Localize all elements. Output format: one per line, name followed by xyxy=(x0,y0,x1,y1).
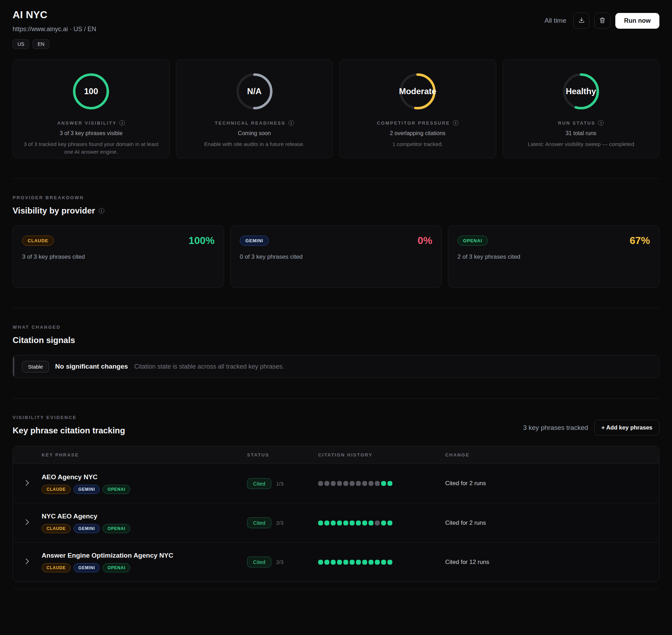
citation-signal-row: Stable No significant changes Citation s… xyxy=(13,355,659,378)
citation-history-dots xyxy=(318,560,445,565)
page-title: AI NYC xyxy=(13,9,96,21)
provider-percentage: 67% xyxy=(630,235,650,246)
page-header: AI NYC https://www.ainyc.ai · US / EN US… xyxy=(13,9,659,49)
stat-subtext: 3 of 3 key phrases visible xyxy=(23,130,160,137)
stat-label: COMPETITOR PRESSURE xyxy=(349,120,486,126)
tag-en: EN xyxy=(33,39,49,49)
stat-description: 1 competitor tracked. xyxy=(349,140,486,148)
history-dot xyxy=(318,481,323,486)
column-header-key-phrase: KEY PHRASE xyxy=(42,452,247,458)
provider-card: GEMINI 0% 0 of 3 key phrases cited xyxy=(230,225,442,288)
provider-breakdown-section: PROVIDER BREAKDOWN Visibility by provide… xyxy=(13,195,659,288)
table-row[interactable]: NYC AEO Agency CLAUDEGEMINIOPENAI Cited … xyxy=(13,503,659,542)
history-dot xyxy=(343,481,348,486)
history-dot xyxy=(356,481,361,486)
history-dot xyxy=(375,560,380,565)
history-dot xyxy=(356,560,361,565)
provider-badge: OPENAI xyxy=(103,524,130,533)
section-eyebrow: VISIBILITY EVIDENCE xyxy=(13,415,125,420)
info-icon[interactable] xyxy=(453,120,458,126)
provider-badge: CLAUDE xyxy=(42,524,71,533)
gauge-value: Healthy xyxy=(561,72,601,111)
provider-badge: CLAUDE xyxy=(22,236,54,246)
provider-badge: OPENAI xyxy=(457,236,488,246)
history-dot xyxy=(343,560,348,565)
provider-card: OPENAI 67% 2 of 3 key phrases cited xyxy=(448,225,659,288)
history-dot xyxy=(362,521,367,525)
provider-badge: GEMINI xyxy=(74,485,100,494)
provider-badge-row: CLAUDEGEMINIOPENAI xyxy=(42,524,247,533)
history-dot xyxy=(331,521,336,525)
history-dot xyxy=(369,560,373,565)
key-phrase-tracking-section: VISIBILITY EVIDENCE Key phrase citation … xyxy=(13,415,659,582)
provider-badge: GEMINI xyxy=(74,563,100,572)
provider-percentage: 100% xyxy=(189,235,215,246)
stat-label: TECHNICAL READINESS xyxy=(186,120,323,126)
download-button[interactable] xyxy=(573,13,589,29)
history-dot xyxy=(387,521,392,525)
info-icon[interactable] xyxy=(99,208,104,214)
expand-row-button[interactable] xyxy=(13,519,42,526)
time-range-filter[interactable]: All time xyxy=(545,17,566,25)
column-header-change: CHANGE xyxy=(445,452,659,458)
provider-badge: GEMINI xyxy=(74,524,100,533)
technical-readiness-gauge: N/A xyxy=(235,72,274,111)
provider-subtext: 2 of 3 key phrases cited xyxy=(457,253,650,260)
history-dot xyxy=(381,560,386,565)
run-status-gauge: Healthy xyxy=(561,72,601,111)
trash-icon xyxy=(599,17,606,25)
section-divider xyxy=(13,398,659,399)
chevron-right-icon xyxy=(26,558,29,566)
table-body: AEO Agency NYC CLAUDEGEMINIOPENAI Cited … xyxy=(13,464,659,581)
tracked-count-label: 3 key phrases tracked xyxy=(523,424,588,432)
column-header-status: STATUS xyxy=(247,452,318,458)
stat-card-technical-readiness: N/A TECHNICAL READINESS Coming soon Enab… xyxy=(176,60,333,158)
table-row[interactable]: Answer Engine Optimization Agency NYC CL… xyxy=(13,542,659,581)
change-label: Cited for 2 runs xyxy=(445,480,659,487)
history-dot xyxy=(375,481,380,486)
provider-badge-row: CLAUDEGEMINIOPENAI xyxy=(42,563,247,572)
signal-message: No significant changes xyxy=(55,363,128,370)
history-dot xyxy=(387,481,392,486)
citation-ratio: 2/3 xyxy=(276,520,284,526)
provider-badge-row: CLAUDEGEMINIOPENAI xyxy=(42,485,247,494)
provider-badge: OPENAI xyxy=(103,563,130,572)
column-header-citation-history: CITATION HISTORY xyxy=(318,452,445,458)
tag-us: US xyxy=(13,39,29,49)
delete-button[interactable] xyxy=(594,13,610,29)
stat-card-run-status: Healthy RUN STATUS 31 total runs Latest:… xyxy=(503,60,660,158)
history-dot xyxy=(337,560,342,565)
history-dot xyxy=(318,521,323,525)
stat-description: 3 of 3 tracked key phrases found your do… xyxy=(23,140,160,156)
citation-history-dots xyxy=(318,521,445,525)
info-icon[interactable] xyxy=(598,120,604,126)
expand-row-button[interactable] xyxy=(13,480,42,487)
history-dot xyxy=(324,481,329,486)
history-dot xyxy=(318,560,323,565)
table-row[interactable]: AEO Agency NYC CLAUDEGEMINIOPENAI Cited … xyxy=(13,464,659,503)
provider-badge: GEMINI xyxy=(240,236,269,246)
history-dot xyxy=(375,521,380,525)
history-dot xyxy=(381,521,386,525)
run-now-button[interactable]: Run now xyxy=(615,13,659,29)
history-dot xyxy=(350,481,355,486)
add-key-phrases-button[interactable]: + Add key phrases xyxy=(594,420,659,435)
competitor-pressure-gauge: Moderate xyxy=(398,72,437,111)
provider-subtext: 3 of 3 key phrases cited xyxy=(22,253,215,260)
chevron-right-icon xyxy=(26,519,29,526)
expand-row-button[interactable] xyxy=(13,558,42,566)
history-dot xyxy=(387,560,392,565)
provider-badge: CLAUDE xyxy=(42,485,71,494)
key-phrase-title: Answer Engine Optimization Agency NYC xyxy=(42,552,247,559)
info-icon[interactable] xyxy=(119,120,125,126)
status-badge: Cited xyxy=(247,478,271,489)
locale-tags: US EN xyxy=(13,39,96,49)
section-title: Citation signals xyxy=(13,335,75,345)
history-dot xyxy=(369,521,373,525)
info-icon[interactable] xyxy=(288,120,294,126)
history-dot xyxy=(381,481,386,486)
citation-ratio: 2/3 xyxy=(276,559,284,565)
provider-badge: OPENAI xyxy=(103,485,130,494)
stat-subtext: 31 total runs xyxy=(513,130,650,137)
page-subtitle: https://www.ainyc.ai · US / EN xyxy=(13,26,96,33)
